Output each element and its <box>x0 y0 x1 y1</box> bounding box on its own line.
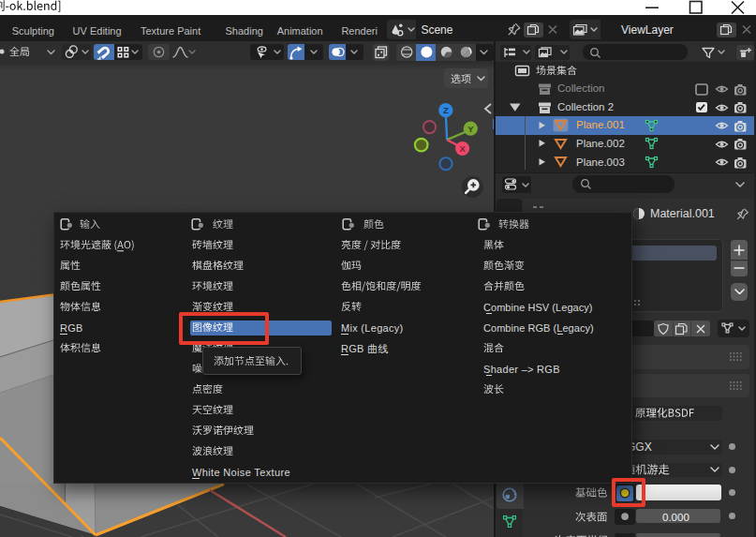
svg-text:X: X <box>459 143 466 154</box>
svg-text:Y: Y <box>467 124 474 134</box>
svg-text:Z: Z <box>443 105 449 115</box>
